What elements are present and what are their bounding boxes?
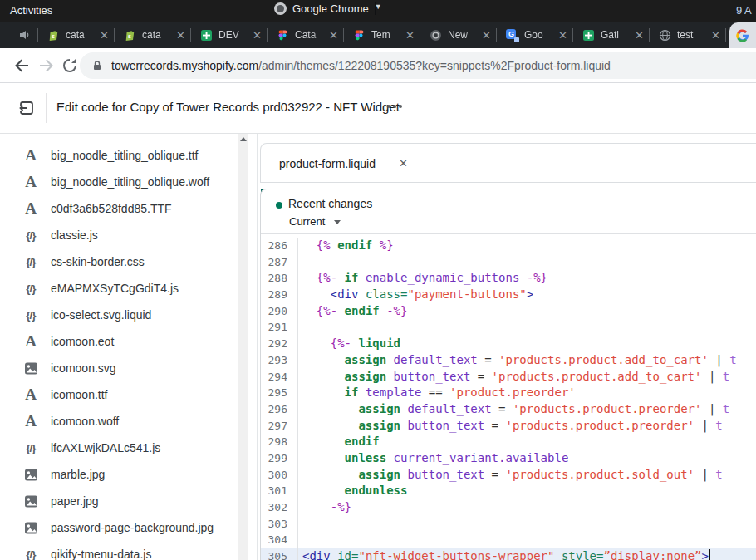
line-number: 292 [261,336,298,352]
system-clock[interactable]: 9 A [736,4,756,17]
close-icon[interactable]: ✕ [405,30,415,41]
file-list-item[interactable]: {/}qikify-tmenu-data.js [0,541,238,560]
browser-tab[interactable]: scata✕ [115,22,191,48]
more-actions-button[interactable] [387,105,402,108]
code-line[interactable]: 286 {% endif %} [261,238,756,254]
activities-button[interactable]: Activities [10,4,52,17]
page-title: Edit code for Copy of Tower Records prd0… [56,100,400,114]
code-line[interactable]: 293 assign default_text = 'products.prod… [261,352,756,369]
browser-tab[interactable]: GGoo✕ [497,22,573,48]
exit-code-editor-icon[interactable] [17,98,37,118]
file-list-item[interactable]: Aicomoon.ttf [0,381,238,408]
code-line[interactable]: 291 [261,319,756,336]
code-line[interactable]: 290 {%- endif -%} [261,303,756,320]
line-number: 295 [261,385,298,401]
code-line[interactable]: 304 [261,532,756,548]
file-list-item[interactable]: marble.jpg [0,461,238,488]
line-number: 290 [261,303,298,320]
close-icon[interactable]: ✕ [100,30,109,41]
code-line[interactable]: 295 if template == 'product.preorder' [261,385,756,401]
tab-separator [725,28,726,42]
file-list-item[interactable]: Ac0df3a6b528fdd85.TTF [0,195,238,222]
browser-tab[interactable]: Gati✕ [573,22,650,48]
file-list-item[interactable]: icomoon.svg [0,355,238,381]
browser-tab[interactable]: test✕ [650,22,726,48]
file-name: password-page-background.jpg [51,521,214,534]
file-list-item[interactable]: {/}eMAPMXSyTCgGdiT4.js [0,275,238,302]
file-list-item[interactable]: Abig_noodle_titling_oblique.ttf [0,142,238,169]
code-line[interactable]: 288 {%- if enable_dynamic_buttons -%} [261,270,756,287]
file-list-item[interactable]: {/}classie.js [0,222,238,248]
address-bar[interactable]: towerrecords.myshopify.com/admin/themes/… [80,52,756,79]
browser-tab-active[interactable] [729,22,756,48]
code-line[interactable]: 302 -%} [261,499,756,516]
browser-tab[interactable]: scata✕ [38,22,115,48]
editor-tab-product-form[interactable]: product-form.liquid ✕ [261,144,408,183]
divider [260,182,756,183]
file-list-item[interactable]: Aicomoon.woff [0,408,238,435]
file-name: ico-select.svg.liquid [51,308,151,322]
editor-tab-bar: product-form.liquid ✕ [260,143,756,182]
close-icon[interactable]: ✕ [329,30,338,41]
font-file-icon: A [22,174,40,190]
version-dropdown[interactable]: Current [289,215,325,228]
file-list-item[interactable]: paper.jpg [0,488,238,514]
image-file-icon [22,468,40,482]
shopify-icon: s [47,29,60,42]
chrome-logo-icon [274,2,287,15]
code-line[interactable]: 289 <div class="payment-buttons"> [261,287,756,303]
code-line[interactable]: 296 assign default_text = 'products.prod… [261,401,756,418]
reload-icon[interactable] [60,56,80,76]
sheets-icon [582,29,595,42]
close-icon[interactable]: ✕ [635,30,644,41]
close-icon[interactable]: ✕ [558,30,567,41]
partial-list-item[interactable]: A [0,134,238,142]
forward-icon[interactable] [37,56,56,76]
unsaved-status-dot-icon [276,202,282,209]
close-icon[interactable]: ✕ [176,30,185,41]
font-file-icon: A [22,333,40,350]
browser-tab[interactable]: Cata✕ [268,22,344,48]
tab-separator [496,28,497,42]
close-icon[interactable]: ✕ [482,30,491,41]
line-number: 294 [261,369,298,386]
code-file-icon: {/} [22,282,40,295]
file-list-item[interactable]: {/}ico-select.svg.liquid [0,302,238,328]
font-file-icon: A [22,386,40,403]
app-menu[interactable]: Google Chrome ▼ [274,2,376,15]
code-line[interactable]: 287 [261,254,756,271]
browser-tab-title: Cata [295,29,326,41]
browser-tab[interactable]: DEV✕ [191,22,268,48]
app-menu-label: Google Chrome [292,2,369,15]
code-line[interactable]: 305<div id="nft-widget-buttons-wrapper" … [261,548,756,560]
browser-tab[interactable]: New✕ [420,22,497,48]
code-text: {%- if enable_dynamic_buttons -%} [298,270,547,287]
close-icon[interactable]: ✕ [711,30,720,41]
file-list-item[interactable]: Abig_noodle_titling_oblique.woff [0,169,238,195]
page-header: Edit code for Copy of Tower Records prd0… [0,83,756,134]
code-line[interactable]: 303 [261,516,756,533]
code-line[interactable]: 300 assign button_text = 'products.produ… [261,467,756,484]
scroll-up-icon[interactable] [240,137,247,141]
file-list-item[interactable]: {/}lfcAXLwjkDALc541.js [0,435,238,461]
file-list-item[interactable]: password-page-background.jpg [0,514,238,541]
code-line[interactable]: 292 {%- liquid [261,336,756,352]
code-line[interactable]: 297 assign button_text = 'products.produ… [261,418,756,435]
code-line[interactable]: 301 endunless [261,483,756,499]
code-line[interactable]: 298 endif [261,434,756,450]
font-file-icon: A [22,134,40,137]
file-list-item[interactable]: Aicomoon.eot [0,328,238,355]
back-icon[interactable] [12,56,32,76]
browser-tab[interactable]: Tem✕ [344,22,420,48]
code-file-icon: {/} [22,256,40,268]
line-number: 287 [261,254,298,271]
close-icon[interactable]: ✕ [399,157,408,169]
chevron-down-icon[interactable] [334,220,341,224]
file-list-item[interactable]: {/}cs-skin-border.css [0,248,238,275]
close-icon[interactable]: ✕ [253,30,262,41]
code-line[interactable]: 299 unless current_variant.available [261,450,756,467]
code-area[interactable]: 286 {% endif %}287288 {%- if enable_dyna… [261,235,756,560]
code-line[interactable]: 294 assign button_text = 'products.produ… [261,369,756,386]
sidebar-scrollbar[interactable] [238,134,248,560]
svg-text:s: s [52,33,55,39]
